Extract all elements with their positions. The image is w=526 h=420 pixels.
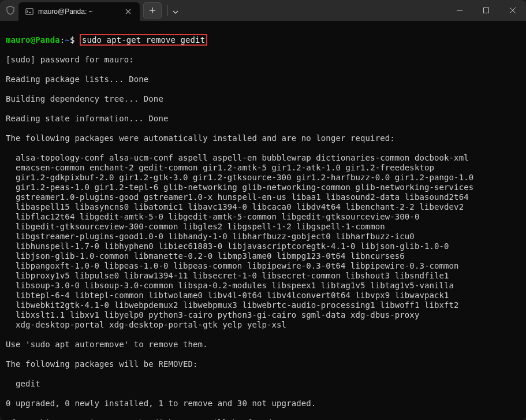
tab-divider	[167, 5, 168, 16]
new-tab-button[interactable]	[143, 2, 162, 18]
package-list: alsa-topology-conf alsa-ucm-conf aspell …	[6, 153, 520, 330]
terminal-window: mauro@Panda: ~ mauro@Panda:~$ sudo apt-g…	[0, 0, 526, 420]
output-line: The following packages will be REMOVED:	[6, 359, 520, 369]
svg-rect-1	[484, 8, 489, 13]
output-line: The following packages were automaticall…	[6, 133, 520, 143]
prompt-line-1: mauro@Panda:~$ sudo apt-get remove gedit	[6, 35, 520, 45]
tab-title: mauro@Panda: ~	[38, 8, 119, 16]
output-line: Reading package lists... Done	[6, 75, 520, 84]
tab-active[interactable]: mauro@Panda: ~	[18, 2, 140, 21]
shield-icon	[6, 6, 15, 15]
tab-close-button[interactable]	[124, 7, 133, 16]
output-line: Reading state information... Done	[6, 114, 520, 124]
output-line: 0 upgraded, 0 newly installed, 1 to remo…	[6, 399, 520, 408]
terminal-tab-icon	[25, 8, 33, 16]
tab-dropdown-icon[interactable]	[173, 5, 178, 16]
highlight-command: sudo apt-get remove gedit	[80, 34, 207, 46]
output-line: Building dependency tree... Done	[6, 94, 520, 104]
titlebar[interactable]: mauro@Panda: ~	[0, 0, 526, 21]
svg-rect-0	[26, 9, 33, 15]
command-text: sudo apt-get remove gedit	[82, 35, 205, 44]
output-line: [sudo] password for mauro:	[6, 55, 520, 65]
close-button[interactable]	[499, 0, 526, 21]
maximize-button[interactable]	[473, 0, 499, 21]
minimize-button[interactable]	[446, 0, 473, 21]
output-line: Use 'sudo apt autoremove' to remove them…	[6, 340, 520, 350]
output-line: gedit	[6, 379, 520, 389]
terminal-body[interactable]: mauro@Panda:~$ sudo apt-get remove gedit…	[0, 21, 526, 420]
window-controls	[446, 0, 526, 21]
